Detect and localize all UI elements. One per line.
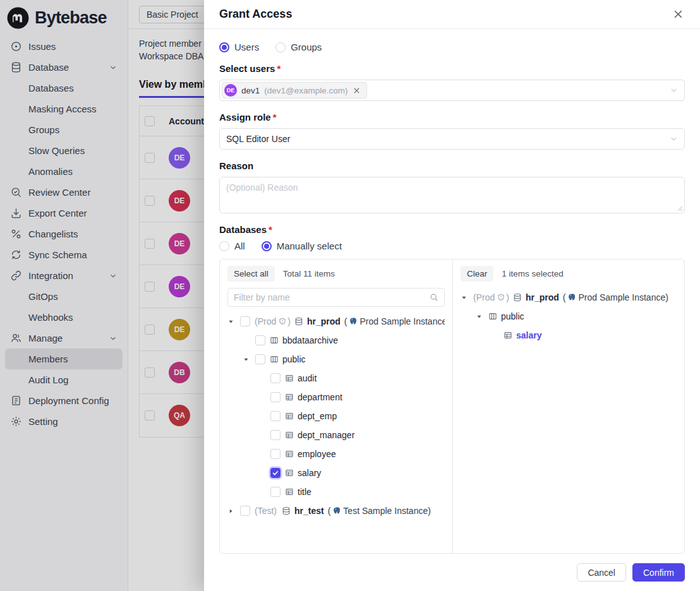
member-type-option[interactable]: Groups — [275, 42, 322, 52]
tree-row-dept_manager[interactable]: dept_manager — [227, 426, 445, 445]
tree-row-public[interactable]: public — [227, 350, 445, 369]
schema-icon — [488, 312, 497, 321]
tree-row-hr_test[interactable]: (Test)hr_test(Test Sample Instance) — [227, 501, 445, 520]
tree-checkbox[interactable] — [270, 373, 281, 383]
tree-row-title[interactable]: title — [227, 482, 445, 501]
instance-paren-open: ( — [344, 316, 347, 326]
tree-checkbox[interactable] — [270, 468, 281, 478]
selected-count-label: 1 items selected — [502, 269, 564, 278]
database-picker-selected: Clear 1 items selected (Prod)hr_prod(Pro… — [453, 260, 684, 553]
environment-label: (Test) — [255, 506, 277, 516]
remove-user-icon[interactable] — [353, 87, 361, 95]
tree-node-label: hr_test — [294, 506, 324, 516]
tree-expand-icon[interactable] — [227, 318, 240, 325]
tree-expand-icon[interactable] — [461, 294, 473, 301]
tree-node-label: title — [298, 487, 311, 497]
tree-row-salary[interactable]: salary — [227, 463, 445, 482]
filter-by-name-input[interactable]: Filter by name — [227, 288, 445, 307]
radio-selected[interactable] — [262, 241, 272, 251]
tree-checkbox[interactable] — [255, 354, 265, 364]
tree-row-hr_prod[interactable]: (Prod)hr_prod(Prod Sample Instance) — [227, 312, 445, 331]
required-asterisk: * — [269, 224, 272, 235]
modal-body: UsersGroups Select users* DE dev1 (dev1@… — [204, 29, 700, 554]
cancel-button[interactable]: Cancel — [577, 563, 626, 582]
tree-row-employee[interactable]: employee — [227, 445, 445, 463]
member-type-option[interactable]: Users — [219, 42, 259, 52]
tree-checkbox[interactable] — [270, 392, 281, 402]
tree-expand-icon[interactable] — [476, 313, 488, 320]
environment-label: (Prod — [473, 292, 495, 302]
tree-row-public[interactable]: public — [461, 307, 677, 326]
postgresql-icon — [349, 317, 358, 326]
databases-radio-group: AllManually select — [219, 241, 685, 251]
radio-unselected[interactable] — [219, 241, 229, 251]
tree-node-label: public — [501, 311, 524, 321]
chip-user-email: (dev1@example.com) — [264, 86, 347, 95]
radio-unselected[interactable] — [275, 42, 286, 52]
databases-scope-option[interactable]: All — [219, 241, 245, 251]
search-icon — [430, 293, 438, 302]
assign-role-value: SQL Editor User — [226, 134, 290, 144]
tree-node-label: public — [282, 354, 306, 364]
db-icon — [513, 293, 522, 302]
avatar: DE — [224, 84, 237, 97]
picker-left-toolbar: Select all Total 11 items — [227, 266, 445, 282]
tree-checkbox[interactable] — [270, 430, 281, 440]
tree-checkbox[interactable] — [255, 335, 265, 345]
tree-checkbox[interactable] — [270, 487, 281, 497]
table-icon — [285, 450, 294, 458]
tree-checkbox[interactable] — [270, 411, 281, 421]
database-picker-panel: Select all Total 11 items Filter by name… — [219, 259, 685, 554]
table-icon — [285, 487, 294, 496]
filter-placeholder: Filter by name — [234, 292, 290, 302]
tree-checkbox[interactable] — [270, 449, 281, 459]
required-asterisk: * — [277, 63, 281, 74]
select-users-input[interactable]: DE dev1 (dev1@example.com) — [219, 80, 685, 101]
instance-name: Test Sample Instance — [343, 506, 428, 516]
assign-role-select[interactable]: SQL Editor User — [219, 128, 685, 150]
chevron-down-icon — [669, 134, 679, 144]
tree-row-bbdataarchive[interactable]: bbdataarchive — [227, 331, 445, 350]
instance-paren-close: ) — [428, 506, 431, 516]
clear-button[interactable]: Clear — [461, 266, 493, 282]
tree-row-hr_prod[interactable]: (Prod)hr_prod(Prod Sample Instance) — [461, 288, 677, 307]
tree-row-salary[interactable]: salary — [461, 326, 677, 345]
environment-protected-icon — [497, 294, 505, 301]
databases-label: Databases* — [219, 224, 685, 235]
table-icon — [285, 431, 294, 439]
radio-label: Users — [234, 42, 259, 52]
radio-label: All — [234, 241, 245, 251]
instance-paren-open: ( — [563, 292, 566, 302]
tree-row-dept_emp[interactable]: dept_emp — [227, 407, 445, 426]
instance-paren-open: ( — [328, 506, 331, 516]
tree-checkbox[interactable] — [240, 506, 250, 516]
reason-label: Reason — [219, 160, 685, 171]
required-asterisk: * — [273, 112, 277, 122]
reason-textarea[interactable] — [219, 177, 685, 213]
table-icon — [285, 393, 294, 402]
tree-row-audit[interactable]: audit — [227, 369, 445, 388]
tree-node-label: salary — [516, 330, 541, 340]
environment-label-close: ) — [287, 316, 291, 326]
assign-role-label: Assign role* — [219, 112, 685, 122]
database-picker-source: Select all Total 11 items Filter by name… — [220, 260, 453, 553]
tree-expand-icon[interactable] — [243, 356, 255, 363]
tree-expand-icon[interactable] — [227, 508, 240, 515]
select-all-button[interactable]: Select all — [227, 266, 275, 282]
postgresql-icon — [332, 506, 341, 515]
table-icon — [285, 374, 294, 383]
close-icon[interactable] — [671, 8, 685, 21]
radio-label: Groups — [291, 42, 322, 52]
member-type-radio-group: UsersGroups — [219, 42, 685, 52]
tree-row-department[interactable]: department — [227, 388, 445, 407]
tree-node-label: department — [298, 392, 342, 402]
databases-scope-option[interactable]: Manually select — [262, 241, 342, 251]
total-items-label: Total 11 items — [283, 269, 335, 278]
db-icon — [282, 506, 291, 515]
instance-name: Prod Sample Instance — [359, 316, 445, 326]
resize-handle[interactable] — [677, 206, 683, 212]
tree-checkbox[interactable] — [240, 316, 250, 326]
radio-selected[interactable] — [219, 42, 229, 52]
confirm-button[interactable]: Confirm — [632, 563, 685, 582]
selected-user-chip: DE dev1 (dev1@example.com) — [222, 82, 367, 98]
